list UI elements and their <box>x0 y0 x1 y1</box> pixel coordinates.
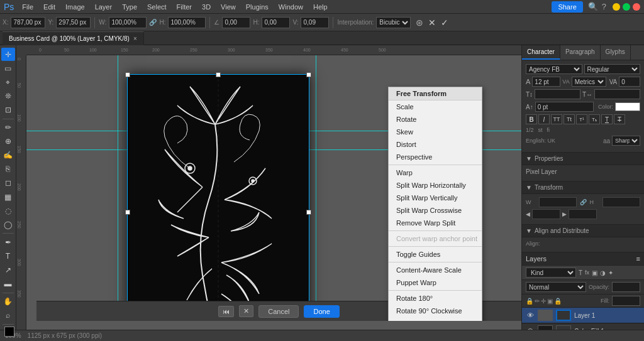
toolbar-y-input[interactable] <box>56 17 91 28</box>
y-prop-input[interactable] <box>569 209 597 219</box>
toolbar-w-input[interactable] <box>109 17 147 28</box>
gradient-tool[interactable]: ▦ <box>1 190 15 203</box>
eyedropper-tool[interactable]: ✏ <box>1 121 15 134</box>
menu-view[interactable]: View <box>216 2 240 12</box>
done-button[interactable]: Done <box>304 305 339 318</box>
bold-btn[interactable]: B <box>526 114 537 124</box>
layer-vis-icon[interactable]: 👁 <box>526 311 535 320</box>
warp-icon[interactable]: ⊛ <box>416 18 423 28</box>
crop-tool[interactable]: ⊡ <box>1 103 15 116</box>
ctx-remove-warp[interactable]: Remove Warp Split <box>389 217 482 229</box>
tab-character[interactable]: Character <box>522 45 560 60</box>
metrics-select[interactable]: Metrics <box>572 77 606 87</box>
italic-btn[interactable]: I <box>538 114 550 124</box>
text-color-swatch[interactable] <box>615 102 640 111</box>
horiz-scale-input[interactable] <box>594 89 640 99</box>
align-section-header[interactable]: ▼ Align and Distribute <box>522 225 644 237</box>
filter-icon-t[interactable]: T <box>579 269 582 276</box>
menu-image[interactable]: Image <box>61 2 89 12</box>
close-btn[interactable] <box>633 3 640 11</box>
share-button[interactable]: Share <box>552 1 582 13</box>
underline-btn[interactable]: T <box>601 114 613 124</box>
sub-btn[interactable]: T₁ <box>589 114 600 124</box>
tab-glyphs[interactable]: Glyphs <box>601 45 631 60</box>
interp-select[interactable]: Bicubic <box>376 17 411 28</box>
transform-section-header[interactable]: ▼ Transform <box>522 181 644 194</box>
menu-help[interactable]: Help <box>309 2 332 12</box>
opacity-input[interactable]: 100% <box>612 282 640 292</box>
font-weight-select[interactable]: Regular <box>584 64 641 74</box>
ctx-rotate-ccw[interactable]: Rotate 90° Counter Clockwise <box>389 317 482 321</box>
filter-icon-pixel[interactable]: ▣ <box>592 269 597 276</box>
filter-icon-fx[interactable]: fx <box>585 269 589 276</box>
ctx-perspective[interactable]: Perspective <box>389 151 482 163</box>
vert-scale-input[interactable] <box>535 89 580 99</box>
quick-select-tool[interactable]: ❊ <box>1 89 15 102</box>
antialiasing-select[interactable]: Sharp <box>612 136 640 146</box>
ctx-toggle-guides[interactable]: Toggle Guides <box>389 248 482 261</box>
small-caps-btn[interactable]: Tt <box>564 114 575 124</box>
link-icon[interactable]: 🔗 <box>149 19 157 26</box>
lock-artboard-icon[interactable]: ▣ <box>547 298 553 305</box>
arrow-left-icon[interactable]: ◀ <box>526 211 530 217</box>
commit-warp-right-icon[interactable]: ✕ <box>239 305 253 317</box>
hand-tool[interactable]: ✋ <box>1 295 15 308</box>
strikethrough-btn[interactable]: T <box>614 114 625 124</box>
lock-paint-icon[interactable]: ✏ <box>535 298 540 305</box>
filter-icon-adj[interactable]: ◑ <box>600 269 606 276</box>
commit-warp-left-icon[interactable]: ⏮ <box>218 306 234 317</box>
blend-mode-select[interactable]: Normal <box>526 282 586 292</box>
clone-tool[interactable]: ⎘ <box>1 163 15 176</box>
ctx-rotate[interactable]: Rotate <box>389 113 482 126</box>
ctx-split-cross[interactable]: Split Warp Crosswise <box>389 204 482 217</box>
minimize-btn[interactable] <box>613 3 620 11</box>
help-icon[interactable]: ? <box>602 2 606 11</box>
ctx-puppet-warp[interactable]: Puppet Warp <box>389 276 482 289</box>
link-prop-icon[interactable]: 🔗 <box>580 199 587 205</box>
lasso-tool[interactable]: ⌖ <box>1 75 15 89</box>
x-prop-input[interactable] <box>532 209 560 219</box>
ctx-split-h[interactable]: Split Warp Horizontally <box>389 179 482 192</box>
cancel-transform-icon[interactable]: ✕ <box>428 18 436 28</box>
move-tool[interactable]: ✛ <box>1 48 15 61</box>
font-family-select[interactable]: Agency FB <box>526 64 582 74</box>
confirm-transform-icon[interactable]: ✓ <box>441 18 448 28</box>
layers-menu-icon[interactable]: ≡ <box>636 255 640 263</box>
menu-layer[interactable]: Layer <box>91 2 117 12</box>
w-prop-input[interactable] <box>539 197 577 207</box>
toolbar-x-input[interactable] <box>11 17 45 28</box>
ctx-skew[interactable]: Skew <box>389 126 482 138</box>
shape-tool[interactable]: ▬ <box>1 278 15 291</box>
lock-all-icon[interactable]: 🔒 <box>554 298 562 305</box>
fill-input[interactable]: 100% <box>612 296 640 306</box>
properties-section-header[interactable]: ▼ Properties <box>522 153 644 165</box>
ctx-rotate-180[interactable]: Rotate 180° <box>389 292 482 305</box>
super-btn[interactable]: T¹ <box>576 114 587 124</box>
blur-tool[interactable]: ◌ <box>1 204 15 217</box>
ctx-rotate-cw[interactable]: Rotate 90° Clockwise <box>389 305 482 317</box>
foreground-color-swatch[interactable] <box>4 327 14 337</box>
menu-type[interactable]: Type <box>118 2 142 12</box>
search-icon[interactable]: 🔍 <box>588 2 598 11</box>
menu-filter[interactable]: Filter <box>172 2 196 12</box>
menu-plugins[interactable]: Plugins <box>242 2 273 12</box>
menu-window[interactable]: Window <box>274 2 308 12</box>
rect-select-tool[interactable]: ▭ <box>1 62 15 75</box>
ctx-scale[interactable]: Scale <box>389 100 482 113</box>
upper-btn[interactable]: TT <box>551 114 562 124</box>
document-tab[interactable]: Business Card @ 100% (Layer 1, CMYK/8) × <box>3 31 144 45</box>
pen-tool[interactable]: ✒ <box>1 235 15 249</box>
tracking-input[interactable] <box>619 77 640 87</box>
path-select-tool[interactable]: ↗ <box>1 264 15 277</box>
menu-3d[interactable]: 3D <box>197 2 215 12</box>
dodge-tool[interactable]: ◯ <box>1 218 15 231</box>
ctx-split-v[interactable]: Split Warp Vertically <box>389 192 482 204</box>
heal-tool[interactable]: ⊕ <box>1 135 15 148</box>
tab-close-icon[interactable]: × <box>133 35 137 42</box>
toolbar-angle-input[interactable] <box>222 17 250 28</box>
menu-select[interactable]: Select <box>143 2 171 12</box>
ctx-content-aware[interactable]: Content-Aware Scale <box>389 264 482 276</box>
menu-edit[interactable]: Edit <box>39 2 60 12</box>
maximize-btn[interactable] <box>623 3 630 11</box>
menu-file[interactable]: File <box>18 2 38 12</box>
